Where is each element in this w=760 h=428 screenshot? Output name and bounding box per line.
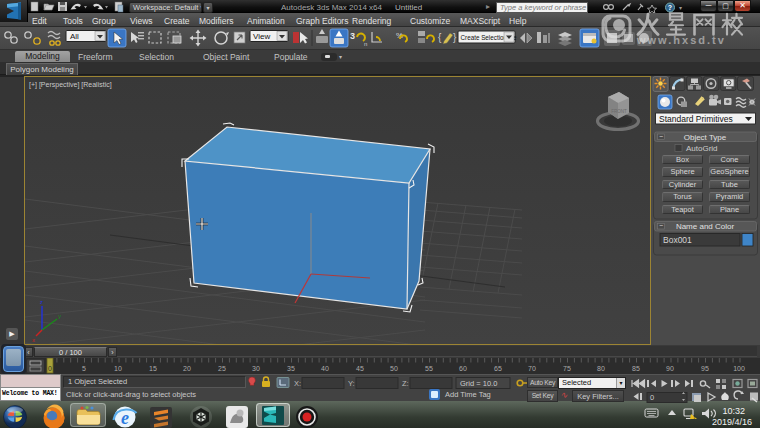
svg-text:50: 50 <box>390 365 398 372</box>
svg-text:85: 85 <box>632 365 640 372</box>
svg-text:55: 55 <box>425 365 433 372</box>
svg-text:Box001: Box001 <box>663 235 692 245</box>
svg-text:Y:: Y: <box>348 379 355 388</box>
svg-text:10: 10 <box>114 365 122 372</box>
svg-text:y: y <box>58 313 61 319</box>
svg-text:Grid = 10.0: Grid = 10.0 <box>460 379 497 388</box>
svg-text:{: { <box>438 32 442 43</box>
svg-text:75: 75 <box>563 365 571 372</box>
svg-text:3: 3 <box>350 31 355 41</box>
svg-text:n: n <box>364 41 367 47</box>
svg-text:15: 15 <box>149 365 157 372</box>
svg-text:2019/4/16: 2019/4/16 <box>712 417 752 427</box>
svg-text:X:: X: <box>294 379 301 388</box>
svg-text:95: 95 <box>701 365 709 372</box>
svg-text:[+] [Perspective] [Realistic]: [+] [Perspective] [Realistic] <box>29 81 112 89</box>
svg-text:20: 20 <box>183 365 191 372</box>
svg-text:z: z <box>40 299 43 305</box>
svg-text:Name and Color: Name and Color <box>676 222 735 231</box>
svg-text:100: 100 <box>733 365 745 372</box>
svg-text:}: } <box>453 32 457 43</box>
svg-text:5: 5 <box>82 365 86 372</box>
svg-text:All: All <box>70 32 79 41</box>
svg-text:x: x <box>32 337 35 343</box>
svg-text:▾: ▾ <box>679 5 682 11</box>
svg-text:35: 35 <box>287 365 295 372</box>
svg-text:70: 70 <box>528 365 536 372</box>
svg-text:View: View <box>253 32 270 41</box>
svg-text:?: ? <box>668 4 672 11</box>
svg-text:80: 80 <box>597 365 605 372</box>
svg-text:−: − <box>659 222 663 229</box>
svg-text:10:32: 10:32 <box>722 406 745 416</box>
svg-text:Z:: Z: <box>402 379 409 388</box>
svg-text:25: 25 <box>218 365 226 372</box>
svg-text:90: 90 <box>666 365 674 372</box>
svg-text:45: 45 <box>356 365 364 372</box>
svg-text:40: 40 <box>321 365 329 372</box>
svg-text:60: 60 <box>459 365 467 372</box>
svg-text:FRONT: FRONT <box>611 109 627 114</box>
svg-text:0: 0 <box>48 365 52 372</box>
svg-text:30: 30 <box>252 365 260 372</box>
svg-text:65: 65 <box>494 365 502 372</box>
